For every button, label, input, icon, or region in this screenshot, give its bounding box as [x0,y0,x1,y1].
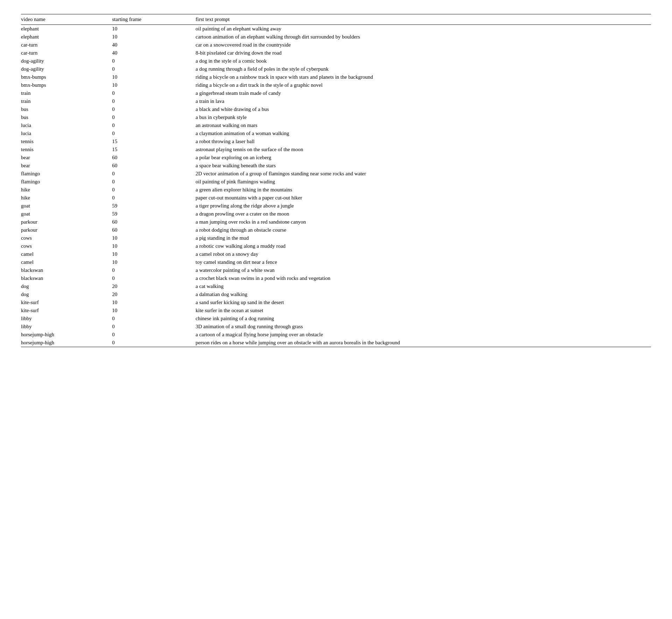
table-cell-10-0: bus [21,105,112,113]
table-row: kite-surf10kite surfer in the ocean at s… [21,307,651,315]
table-cell-29-0: camel [21,258,112,266]
table-cell-15-2: astronaut playing tennis on the surface … [196,146,651,154]
table-cell-20-1: 0 [112,186,196,194]
table-cell-12-0: lucia [21,121,112,129]
table-row: cows10a pig standing in the mud [21,234,651,242]
table-cell-39-1: 0 [112,339,196,347]
table-cell-24-2: a man jumping over rocks in a red sandst… [196,218,651,226]
table-cell-22-2: a tiger prowling along the ridge above a… [196,202,651,210]
table-cell-31-2: a crochet black swan swims in a pond wit… [196,274,651,282]
table-row: parkour60a robot dodging through an obst… [21,226,651,234]
table-cell-4-2: a dog in the style of a comic book [196,57,651,65]
table-cell-28-1: 10 [112,250,196,258]
table-cell-17-2: a space bear walking beneath the stars [196,162,651,170]
table-cell-27-2: a robotic cow walking along a muddy road [196,242,651,250]
table-cell-6-1: 10 [112,73,196,81]
table-cell-27-0: cows [21,242,112,250]
table-cell-6-0: bmx-bumps [21,73,112,81]
table-row: lucia0a claymation animation of a woman … [21,129,651,138]
table-cell-34-0: kite-surf [21,298,112,307]
table-cell-33-2: a dalmatian dog walking [196,290,651,298]
table-cell-2-2: car on a snowcovered road in the country… [196,41,651,49]
table-row: blackswan0a watercolor painting of a whi… [21,266,651,274]
table-cell-38-1: 0 [112,331,196,339]
table-row: dog-agility0a dog in the style of a comi… [21,57,651,65]
table-cell-25-1: 60 [112,226,196,234]
table-cell-30-1: 0 [112,266,196,274]
table-row: lucia0an astronaut walking on mars [21,121,651,129]
table-row: tennis15astronaut playing tennis on the … [21,146,651,154]
table-row: dog20a dalmatian dog walking [21,290,651,298]
table-cell-24-0: parkour [21,218,112,226]
table-cell-29-2: toy camel standing on dirt near a fence [196,258,651,266]
table-row: bmx-bumps10riding a bicycle on a dirt tr… [21,81,651,89]
table-cell-1-2: cartoon animation of an elephant walking… [196,33,651,41]
table-row: camel10toy camel standing on dirt near a… [21,258,651,266]
table-cell-9-0: train [21,97,112,105]
table-cell-18-1: 0 [112,170,196,178]
table-cell-35-2: kite surfer in the ocean at sunset [196,307,651,315]
data-table: video name starting frame first text pro… [21,14,651,347]
table-cell-26-1: 10 [112,234,196,242]
table-cell-24-1: 60 [112,218,196,226]
table-cell-37-1: 0 [112,323,196,331]
table-cell-38-0: horsejump-high [21,331,112,339]
table-row: elephant10oil painting of an elephant wa… [21,25,651,33]
table-cell-34-2: a sand surfer kicking up sand in the des… [196,298,651,307]
table-cell-21-0: hike [21,194,112,202]
table-cell-28-0: camel [21,250,112,258]
table-cell-6-2: riding a bicycle on a rainbow track in s… [196,73,651,81]
table-cell-11-1: 0 [112,113,196,121]
table-cell-23-0: goat [21,210,112,218]
table-cell-1-0: elephant [21,33,112,41]
table-cell-19-2: oil painting of pink flamingos wading [196,178,651,186]
table-cell-36-2: chinese ink painting of a dog running [196,315,651,323]
table-cell-4-0: dog-agility [21,57,112,65]
table-row: bear60a space bear walking beneath the s… [21,162,651,170]
table-cell-14-2: a robot throwing a laser ball [196,138,651,146]
table-row: libby0chinese ink painting of a dog runn… [21,315,651,323]
table-row: parkour60a man jumping over rocks in a r… [21,218,651,226]
col-header-starting-frame: starting frame [112,14,196,25]
table-row: kite-surf10a sand surfer kicking up sand… [21,298,651,307]
table-cell-15-1: 15 [112,146,196,154]
table-cell-38-2: a cartoon of a magical flying horse jump… [196,331,651,339]
table-cell-17-0: bear [21,162,112,170]
table-cell-25-2: a robot dodging through an obstacle cour… [196,226,651,234]
table-row: dog20a cat walking [21,282,651,290]
table-cell-0-2: oil painting of an elephant walking away [196,25,651,33]
table-cell-22-1: 59 [112,202,196,210]
table-row: blackswan0a crochet black swan swims in … [21,274,651,282]
table-row: hike0paper cut-out mountains with a pape… [21,194,651,202]
table-cell-0-1: 10 [112,25,196,33]
table-cell-5-0: dog-agility [21,65,112,73]
table-cell-22-0: goat [21,202,112,210]
table-cell-36-1: 0 [112,315,196,323]
table-row: flamingo0oil painting of pink flamingos … [21,178,651,186]
table-cell-0-0: elephant [21,25,112,33]
table-cell-7-1: 10 [112,81,196,89]
table-cell-32-2: a cat walking [196,282,651,290]
table-row: car-turn40car on a snowcovered road in t… [21,41,651,49]
table-cell-7-2: riding a bicycle on a dirt track in the … [196,81,651,89]
table-cell-8-0: train [21,89,112,97]
table-cell-21-2: paper cut-out mountains with a paper cut… [196,194,651,202]
table-cell-19-1: 0 [112,178,196,186]
table-cell-32-1: 20 [112,282,196,290]
table-cell-15-0: tennis [21,146,112,154]
table-row: train0a train in lava [21,97,651,105]
table-row: bear60a polar bear exploring on an icebe… [21,154,651,162]
table-row: cows10a robotic cow walking along a mudd… [21,242,651,250]
table-row: bmx-bumps10riding a bicycle on a rainbow… [21,73,651,81]
table-header-row: video name starting frame first text pro… [21,14,651,25]
table-cell-13-1: 0 [112,129,196,138]
table-cell-14-1: 15 [112,138,196,146]
table-cell-25-0: parkour [21,226,112,234]
table-row: horsejump-high0person rides on a horse w… [21,339,651,347]
table-cell-21-1: 0 [112,194,196,202]
table-cell-36-0: libby [21,315,112,323]
table-cell-26-2: a pig standing in the mud [196,234,651,242]
table-row: tennis15a robot throwing a laser ball [21,138,651,146]
table-row: train0a gingerbread steam train made of … [21,89,651,97]
table-cell-7-0: bmx-bumps [21,81,112,89]
